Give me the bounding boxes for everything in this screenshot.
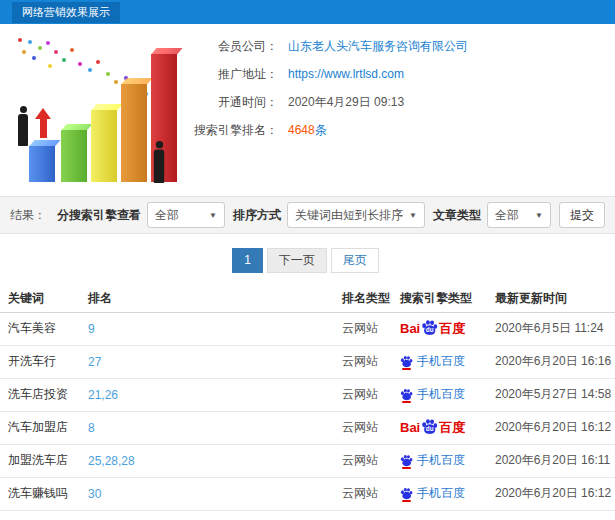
rank-cell[interactable]: 25,28,28 <box>88 444 342 477</box>
baidu-mobile-logo: 手机百度 <box>400 386 465 403</box>
sort-label: 排序方式 <box>233 207 281 224</box>
table-row: 加盟洗车店25,28,28云网站手机百度2020年6月20日 16:11 <box>0 444 615 477</box>
keyword-cell: 开洗车行 <box>0 345 88 378</box>
businessman-figure <box>152 141 167 183</box>
engine-type-cell: 手机百度 <box>400 378 495 411</box>
rank-type-cell: 云网站 <box>342 345 400 378</box>
engine-type-cell: 手机百度 <box>400 345 495 378</box>
rank-type-cell: 云网站 <box>342 312 400 345</box>
rank-cell[interactable]: 9 <box>88 312 342 345</box>
rank-cell[interactable]: 30 <box>88 477 342 510</box>
engine-filter-value: 全部 <box>155 207 203 224</box>
confetti-decoration <box>18 38 22 42</box>
keyword-cell: 洗车赚钱吗 <box>0 477 88 510</box>
bar-orange <box>121 84 147 182</box>
keyword-cell: 洗车店利润 <box>0 510 88 520</box>
baidu-mobile-logo: 手机百度 <box>400 452 465 469</box>
last-page-button[interactable]: 尾页 <box>331 248 379 273</box>
engine-type-cell: 手机百度 <box>400 510 495 520</box>
article-type-value: 全部 <box>495 207 529 224</box>
engine-rank-unit-link[interactable]: 条 <box>315 122 327 139</box>
update-time-cell: 2020年6月20日 16:12 <box>495 411 615 444</box>
engine-type-cell: Baidu百度 <box>400 411 495 444</box>
baidu-logo: Baidu百度 <box>400 419 465 437</box>
table-row: 洗车店投资21,26云网站手机百度2020年5月27日 14:58 <box>0 378 615 411</box>
engine-type-cell: 手机百度 <box>400 444 495 477</box>
baidu-paw-icon <box>400 454 413 467</box>
rank-cell[interactable]: 8 <box>88 411 342 444</box>
header-engine-type: 搜索引擎类型 <box>400 286 495 312</box>
rank-type-cell: 云网站 <box>342 444 400 477</box>
baidu-paw-icon: du <box>421 319 438 336</box>
keyword-cell: 洗车店投资 <box>0 378 88 411</box>
table-row: 洗车赚钱吗30云网站手机百度2020年6月20日 16:12 <box>0 477 615 510</box>
table-row: 汽车加盟店8云网站Baidu百度2020年6月20日 16:12 <box>0 411 615 444</box>
sort-select[interactable]: 关键词由短到长排序 ▼ <box>287 202 425 228</box>
update-time-cell: 2020年5月27日 14:58 <box>495 378 615 411</box>
baidu-mobile-logo: 手机百度 <box>400 485 465 502</box>
svg-text:du: du <box>426 425 434 432</box>
sort-value: 关键词由短到长排序 <box>295 207 403 224</box>
open-time-label: 开通时间： <box>180 94 278 111</box>
baidu-paw-icon <box>400 355 413 368</box>
open-time-value: 2020年4月29日 09:13 <box>288 94 404 111</box>
update-time-cell: 2020年6月5日 11:24 <box>495 312 615 345</box>
baidu-paw-icon <box>400 487 413 500</box>
results-table: 关键词 排名 排名类型 搜索引擎类型 最新更新时间 汽车美容9云网站Baidu百… <box>0 286 615 520</box>
engine-filter-label: 分搜索引擎查看 <box>57 207 141 224</box>
promo-url-label: 推广地址： <box>180 66 278 83</box>
chevron-down-icon: ▼ <box>409 211 417 220</box>
page-1-button[interactable]: 1 <box>232 248 263 273</box>
bar-green <box>61 130 87 182</box>
update-time-cell: 2020年6月20日 16:16 <box>495 345 615 378</box>
keyword-cell: 汽车美容 <box>0 312 88 345</box>
engine-type-cell: Baidu百度 <box>400 312 495 345</box>
table-header-row: 关键词 排名 排名类型 搜索引擎类型 最新更新时间 <box>0 286 615 312</box>
baidu-paw-icon: du <box>421 418 438 435</box>
baidu-mobile-label: 手机百度 <box>417 353 465 370</box>
bar-yellow <box>91 110 117 182</box>
next-page-button[interactable]: 下一页 <box>267 248 327 273</box>
up-arrow-icon <box>40 118 47 138</box>
keyword-cell: 加盟洗车店 <box>0 444 88 477</box>
baidu-logo: Baidu百度 <box>400 320 465 338</box>
bar-chart-illustration <box>4 28 180 190</box>
pagination: 1 下一页 尾页 <box>0 234 615 286</box>
engine-rank-count: 4648 <box>288 123 315 137</box>
table-row: 洗车店利润30云网站手机百度2020年6月18日 14:27 <box>0 510 615 520</box>
member-company-link[interactable]: 山东老人头汽车服务咨询有限公司 <box>288 38 468 55</box>
article-type-label: 文章类型 <box>433 207 481 224</box>
update-time-cell: 2020年6月20日 16:11 <box>495 444 615 477</box>
update-time-cell: 2020年6月20日 16:12 <box>495 477 615 510</box>
promo-url-row: 推广地址： https://www.lrtlsd.com <box>180 60 468 88</box>
chevron-down-icon: ▼ <box>209 211 217 220</box>
rank-type-cell: 云网站 <box>342 411 400 444</box>
chevron-down-icon: ▼ <box>535 211 543 220</box>
table-row: 汽车美容9云网站Baidu百度2020年6月5日 11:24 <box>0 312 615 345</box>
member-company-row: 会员公司： 山东老人头汽车服务咨询有限公司 <box>180 32 468 60</box>
bar-blue <box>29 146 55 182</box>
baidu-mobile-label: 手机百度 <box>417 386 465 403</box>
keyword-cell: 汽车加盟店 <box>0 411 88 444</box>
submit-button[interactable]: 提交 <box>559 202 605 228</box>
rank-cell[interactable]: 30 <box>88 510 342 520</box>
header-update-time: 最新更新时间 <box>495 286 615 312</box>
account-info-section: 会员公司： 山东老人头汽车服务咨询有限公司 推广地址： https://www.… <box>0 24 615 196</box>
engine-type-cell: 手机百度 <box>400 477 495 510</box>
article-type-select[interactable]: 全部 ▼ <box>487 202 551 228</box>
page: 网络营销效果展示 会员公司： 山东老人头汽车服务咨询有限公司 推广地址： htt… <box>0 0 615 520</box>
engine-rank-label: 搜索引擎排名： <box>180 122 278 139</box>
engine-filter-select[interactable]: 全部 ▼ <box>147 202 225 228</box>
table-row: 开洗车行27云网站手机百度2020年6月20日 16:16 <box>0 345 615 378</box>
svg-text:du: du <box>426 326 434 333</box>
rank-type-cell: 云网站 <box>342 510 400 520</box>
baidu-mobile-logo: 手机百度 <box>400 353 465 370</box>
promo-url-link[interactable]: https://www.lrtlsd.com <box>288 67 404 81</box>
rank-type-cell: 云网站 <box>342 378 400 411</box>
businessman-figure <box>16 106 30 146</box>
rank-cell[interactable]: 21,26 <box>88 378 342 411</box>
result-label: 结果： <box>10 207 46 224</box>
open-time-row: 开通时间： 2020年4月29日 09:13 <box>180 88 468 116</box>
baidu-paw-icon <box>400 388 413 401</box>
rank-cell[interactable]: 27 <box>88 345 342 378</box>
